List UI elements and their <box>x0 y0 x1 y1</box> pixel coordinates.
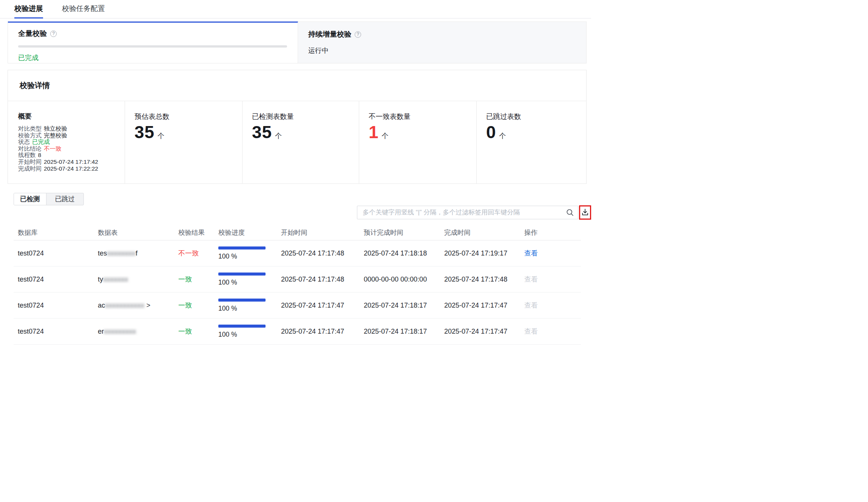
cell-action: 查看 <box>520 327 581 336</box>
summary-label: 完成时间 <box>18 165 42 172</box>
segment-checked[interactable]: 已检测 <box>14 193 46 205</box>
summary-value: 2025-07-24 17:22:22 <box>44 165 98 172</box>
table-name-redacted: xxxxxxxxxxx <box>105 302 145 309</box>
stat-label: 预估表总数 <box>134 112 242 121</box>
table-row: test0724 acxxxxxxxxxxx > 一致 100 % 2025-0… <box>14 293 581 319</box>
stat-label: 已跳过表数 <box>486 112 586 121</box>
progress-percent: 100 % <box>218 279 277 286</box>
cell-action: 查看 <box>520 249 581 258</box>
stat-value: 0 <box>486 122 496 142</box>
summary-row-conclusion: 对比结论不一致 <box>18 145 125 152</box>
search-box <box>357 206 578 219</box>
view-link[interactable]: 查看 <box>524 249 538 257</box>
summary-value: 8 <box>38 152 42 158</box>
full-check-title-row: 全量校验 ? <box>18 29 287 38</box>
table-header-row: 数据库 数据表 校验结果 校验进度 开始时间 预计完成时间 完成时间 操作 <box>14 225 581 240</box>
table-row: test0724 tesxxxxxxxxf 不一致 100 % 2025-07-… <box>14 240 581 266</box>
table-name-redacted: xxxxxxxx <box>107 249 136 257</box>
summary-title: 概要 <box>18 112 125 121</box>
help-icon[interactable]: ? <box>50 31 57 37</box>
summary-value: 完整校验 <box>44 132 67 139</box>
stat-skipped-tables: 已跳过表数 0 个 <box>477 101 586 184</box>
view-link-disabled: 查看 <box>524 328 538 335</box>
stat-checked-tables: 已检测表数量 35 个 <box>242 101 359 184</box>
cell-finish-time: 2025-07-24 17:17:47 <box>440 328 520 336</box>
full-check-progress-bar <box>18 45 287 48</box>
cell-database: test0724 <box>14 328 94 336</box>
table-name-prefix: er <box>98 328 104 335</box>
search-input[interactable] <box>357 206 578 219</box>
stat-number-row: 1 个 <box>369 122 476 142</box>
summary-row-start-time: 开始时间2025-07-24 17:17:42 <box>18 159 125 165</box>
summary-row-compare-type: 对比类型独立校验 <box>18 125 125 132</box>
progress-bar <box>218 246 266 249</box>
col-header-action: 操作 <box>520 228 581 237</box>
cell-expected-finish: 0000-00-00 00:00:00 <box>360 276 440 283</box>
summary-label: 对比类型 <box>18 125 42 132</box>
summary-row-finish-time: 完成时间2025-07-24 17:22:22 <box>18 165 125 172</box>
cell-table-name: tesxxxxxxxxf <box>94 249 174 257</box>
table-name-prefix: ac <box>98 302 105 309</box>
full-check-card[interactable]: 全量校验 ? 已完成 <box>8 22 298 63</box>
stat-value: 35 <box>252 122 272 142</box>
cell-table-name: tyxxxxxxx <box>94 276 174 283</box>
summary-rows: 对比类型独立校验 校验方式完整校验 状态已完成 对比结论不一致 线程数8 <box>18 125 125 172</box>
cell-table-name: erxxxxxxxxx <box>94 328 174 336</box>
col-header-result: 校验结果 <box>174 228 214 237</box>
progress-percent: 100 % <box>218 305 277 313</box>
table-name-suffix: > <box>145 302 151 309</box>
result-filter-segment: 已检测 已跳过 <box>14 193 84 205</box>
col-header-table: 数据表 <box>94 228 174 237</box>
view-link-disabled: 查看 <box>524 302 538 309</box>
view-link-disabled: 查看 <box>524 276 538 283</box>
summary-label: 对比结论 <box>18 145 42 152</box>
col-header-database: 数据库 <box>14 228 94 237</box>
summary-value: 独立校验 <box>44 125 67 132</box>
cell-action: 查看 <box>520 275 581 284</box>
cell-expected-finish: 2025-07-24 17:18:18 <box>360 249 440 257</box>
stat-value: 35 <box>134 122 154 142</box>
summary-row-status: 状态已完成 <box>18 139 125 145</box>
result-table: 数据库 数据表 校验结果 校验进度 开始时间 预计完成时间 完成时间 操作 te… <box>14 225 581 345</box>
summary-label: 校验方式 <box>18 132 42 139</box>
tab-task-config[interactable]: 校验任务配置 <box>62 0 105 18</box>
summary-value-status: 已完成 <box>32 139 50 145</box>
cell-progress: 100 % <box>214 299 277 313</box>
cell-finish-time: 2025-07-24 17:17:48 <box>440 276 520 283</box>
col-header-finish-time: 完成时间 <box>440 228 520 237</box>
progress-bar <box>218 299 266 302</box>
progress-bar <box>218 325 266 328</box>
stat-number-row: 35 个 <box>134 122 242 142</box>
summary-value-conclusion: 不一致 <box>44 145 62 152</box>
cell-start-time: 2025-07-24 17:17:48 <box>277 276 360 283</box>
summary-row-threads: 线程数8 <box>18 152 125 159</box>
summary-label: 状态 <box>18 139 30 145</box>
top-tabbar: 校验进展 校验任务配置 <box>0 0 591 18</box>
check-mode-cards: 全量校验 ? 已完成 持续增量校验 ? 运行中 <box>8 22 587 63</box>
search-icon[interactable] <box>566 209 574 218</box>
stat-label: 不一致表数量 <box>369 112 476 121</box>
progress-bar <box>218 273 266 276</box>
table-name-prefix: tes <box>98 249 107 257</box>
col-header-progress: 校验进度 <box>214 228 277 237</box>
help-icon[interactable]: ? <box>355 31 361 38</box>
verification-page: 校验进展 校验任务配置 全量校验 ? 已完成 持续增量校验 ? 运行中 校验详情 <box>0 0 868 502</box>
incremental-check-title-row: 持续增量校验 ? <box>308 29 576 39</box>
cell-database: test0724 <box>14 249 94 257</box>
cell-result: 不一致 <box>174 249 214 258</box>
summary-label: 开始时间 <box>18 159 42 165</box>
cell-action: 查看 <box>520 301 581 310</box>
full-check-title: 全量校验 <box>18 29 47 38</box>
tab-check-progress[interactable]: 校验进展 <box>14 0 43 18</box>
stat-unit: 个 <box>499 131 506 140</box>
stat-unit: 个 <box>275 131 282 140</box>
stat-unit: 个 <box>158 131 164 140</box>
download-button[interactable] <box>581 208 589 217</box>
segment-skipped[interactable]: 已跳过 <box>46 193 84 205</box>
incremental-check-card[interactable]: 持续增量校验 ? 运行中 <box>298 22 586 63</box>
cell-progress: 100 % <box>214 273 277 286</box>
stat-label: 已检测表数量 <box>252 112 359 121</box>
summary-label: 线程数 <box>18 152 36 158</box>
col-header-expected-finish: 预计完成时间 <box>360 228 440 237</box>
stat-inconsistent-tables: 不一致表数量 1 个 <box>359 101 477 184</box>
